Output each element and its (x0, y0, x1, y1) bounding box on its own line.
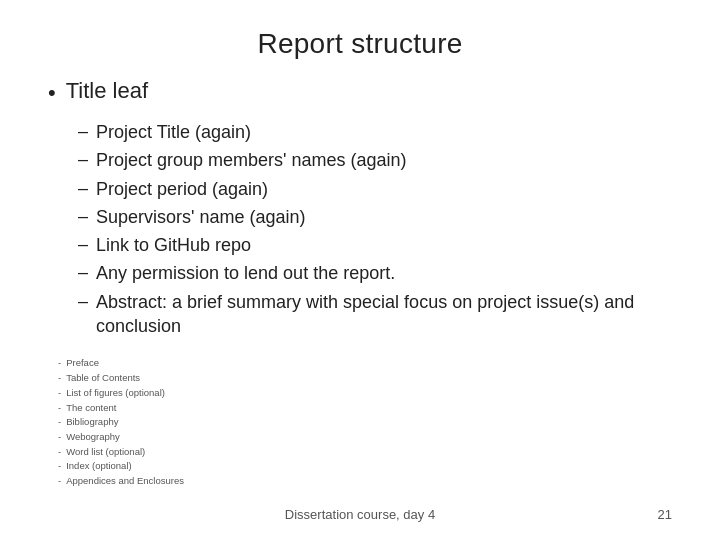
footer-dot: - (58, 371, 61, 386)
footer-item: - Index (optional) (58, 459, 672, 474)
footer-dot: - (58, 430, 61, 445)
footer-dot: - (58, 415, 61, 430)
footer-item-text: Word list (optional) (66, 445, 145, 460)
main-bullet: • Title leaf (48, 78, 672, 106)
sub-item: – Project period (again) (78, 177, 672, 201)
footer-dot: - (58, 445, 61, 460)
bottom-page-number: 21 (658, 507, 672, 522)
bottom-bar: Dissertation course, day 4 21 (0, 507, 720, 522)
footer-item-text: Webography (66, 430, 120, 445)
slide: Report structure • Title leaf – Project … (0, 0, 720, 540)
footer-item: - Bibliography (58, 415, 672, 430)
footer-item: - List of figures (optional) (58, 386, 672, 401)
sub-item-text: Abstract: a brief summary with special f… (96, 290, 672, 339)
footer-item-text: Table of Contents (66, 371, 140, 386)
sub-item: – Supervisors' name (again) (78, 205, 672, 229)
dash-icon: – (78, 206, 88, 227)
dash-icon: – (78, 262, 88, 283)
bullet-dot: • (48, 80, 56, 106)
sub-item-text: Any permission to lend out the report. (96, 261, 395, 285)
footer-section: - Preface - Table of Contents - List of … (58, 356, 672, 488)
bottom-label: Dissertation course, day 4 (0, 507, 720, 522)
footer-item-text: Index (optional) (66, 459, 131, 474)
dash-icon: – (78, 149, 88, 170)
sub-item-text: Link to GitHub repo (96, 233, 251, 257)
footer-item: - Webography (58, 430, 672, 445)
sub-item: – Link to GitHub repo (78, 233, 672, 257)
footer-item-text: Appendices and Enclosures (66, 474, 184, 489)
footer-dot: - (58, 386, 61, 401)
footer-item-text: The content (66, 401, 116, 416)
dash-icon: – (78, 234, 88, 255)
footer-item: - Appendices and Enclosures (58, 474, 672, 489)
footer-item-text: Bibliography (66, 415, 118, 430)
footer-dot: - (58, 356, 61, 371)
footer-item: - Preface (58, 356, 672, 371)
sub-item-text: Project group members' names (again) (96, 148, 407, 172)
dash-icon: – (78, 178, 88, 199)
sub-item: – Abstract: a brief summary with special… (78, 290, 672, 339)
sub-item: – Project Title (again) (78, 120, 672, 144)
footer-item: - The content (58, 401, 672, 416)
footer-item: - Word list (optional) (58, 445, 672, 460)
main-bullet-label: Title leaf (66, 78, 148, 104)
footer-item-text: List of figures (optional) (66, 386, 165, 401)
footer-dot: - (58, 459, 61, 474)
slide-title: Report structure (48, 28, 672, 60)
sub-item: – Any permission to lend out the report. (78, 261, 672, 285)
dash-icon: – (78, 291, 88, 312)
footer-dot: - (58, 474, 61, 489)
sub-item-text: Supervisors' name (again) (96, 205, 306, 229)
dash-icon: – (78, 121, 88, 142)
sub-item-text: Project period (again) (96, 177, 268, 201)
footer-dot: - (58, 401, 61, 416)
sub-items-list: – Project Title (again) – Project group … (78, 120, 672, 342)
footer-item-text: Preface (66, 356, 99, 371)
sub-item: – Project group members' names (again) (78, 148, 672, 172)
sub-item-text: Project Title (again) (96, 120, 251, 144)
footer-item: - Table of Contents (58, 371, 672, 386)
